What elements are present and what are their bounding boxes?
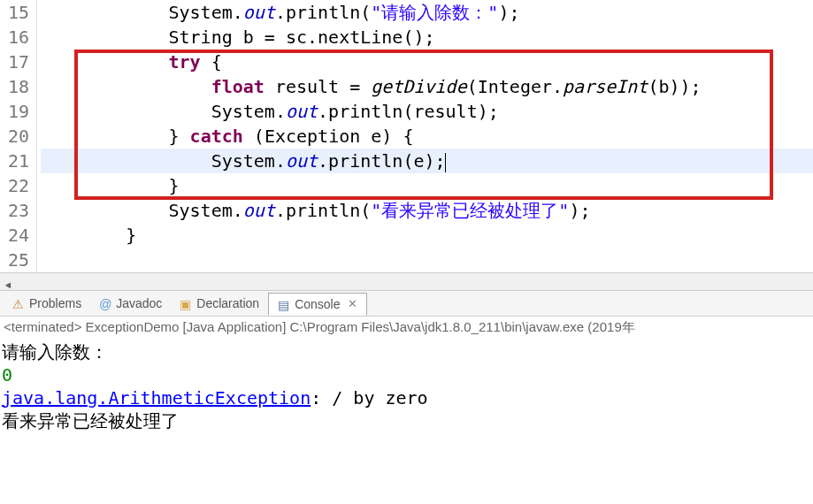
console-output[interactable]: 请输入除数： 0 java.lang.ArithmeticException: … [0,339,813,434]
line-number-gutter: 15 16 17 18 19 20 21 22 23 24 25 [0,0,37,272]
console-process-header: <terminated> ExceptionDemo [Java Applica… [0,317,813,339]
code-line[interactable]: System.out.println("请输入除数："); [41,0,813,25]
code-area[interactable]: System.out.println("请输入除数："); String b =… [37,0,813,272]
line-number: 22 [0,173,29,198]
line-number: 15 [0,0,29,25]
line-number: 24 [0,223,29,248]
code-line[interactable]: } [41,223,813,248]
declaration-icon: ▣ [180,297,192,309]
console-line: 看来异常已经被处理了 [2,409,811,432]
tab-javadoc[interactable]: @ Javadoc [90,293,171,314]
line-number: 20 [0,124,29,149]
code-line[interactable]: String b = sc.nextLine(); [41,25,813,50]
code-line[interactable]: System.out.println("看来异常已经被处理了"); [41,198,813,223]
console-line-error: java.lang.ArithmeticException: / by zero [2,386,811,409]
tab-label: Declaration [196,296,259,310]
code-line[interactable]: } [41,173,813,198]
console-line-input: 0 [2,363,811,386]
code-line[interactable]: float result = getDivide(Integer.parseIn… [41,74,813,99]
tab-label: Problems [29,296,81,310]
tab-problems[interactable]: ⚠ Problems [4,293,90,314]
warning-icon: ⚠ [12,297,25,309]
horizontal-scrollbar[interactable]: ◄ [0,272,813,290]
scroll-left-arrow[interactable]: ◄ [0,278,16,294]
close-icon[interactable]: ✕ [348,297,357,310]
bottom-tabs: ⚠ Problems @ Javadoc ▣ Declaration ▤ Con… [0,290,813,317]
line-number: 17 [0,50,29,74]
code-line-current[interactable]: System.out.println(e); [41,149,813,173]
code-editor[interactable]: 15 16 17 18 19 20 21 22 23 24 25 System.… [0,0,813,272]
line-number: 19 [0,99,29,124]
line-number: 23 [0,198,29,223]
line-number: 18 [0,74,29,99]
code-line[interactable]: System.out.println(result); [41,99,813,124]
javadoc-icon: @ [99,297,111,309]
code-line[interactable]: } catch (Exception e) { [41,124,813,149]
line-number: 21 [0,149,29,173]
line-number: 16 [0,25,29,50]
line-number: 25 [0,248,29,272]
code-line[interactable] [41,248,813,272]
console-icon: ▤ [278,298,290,310]
tab-console[interactable]: ▤ Console ✕ [268,293,366,316]
tab-label: Javadoc [116,296,162,310]
tab-label: Console [295,297,340,311]
text-cursor [445,153,446,172]
code-line[interactable]: try { [41,50,813,74]
console-line: 请输入除数： [2,340,811,363]
tab-declaration[interactable]: ▣ Declaration [171,293,268,314]
